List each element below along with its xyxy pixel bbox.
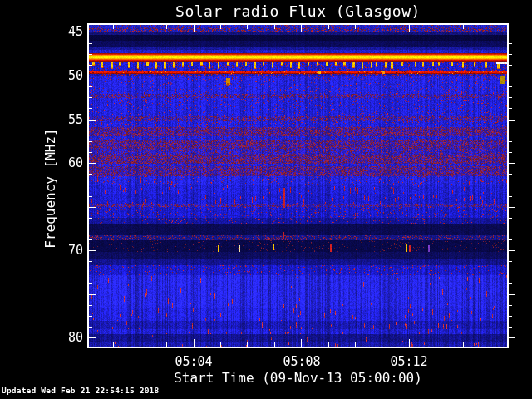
y-tick-label-55: 55 xyxy=(47,113,83,126)
y-tick-label-80: 80 xyxy=(47,331,83,344)
updated-timestamp: Updated Wed Feb 21 22:54:15 2018 xyxy=(2,386,159,395)
y-tick-label-45: 45 xyxy=(47,25,83,38)
y-tick-label-70: 70 xyxy=(47,244,83,257)
spectrogram-page: Solar radio Flux (Glasgow) Frequency [MH… xyxy=(0,0,532,399)
x-tick-label-0504: 05:04 xyxy=(165,354,223,369)
y-tick-label-60: 60 xyxy=(47,156,83,170)
x-tick-label-0512: 05:12 xyxy=(380,354,438,369)
y-tick-label-50: 50 xyxy=(47,69,83,82)
y-axis-title: Frequency [MHz] xyxy=(42,127,58,250)
x-axis-title: Start Time (09-Nov-13 05:00:00) xyxy=(89,370,507,386)
page-title: Solar radio Flux (Glasgow) xyxy=(89,2,507,20)
x-tick-label-0508: 05:08 xyxy=(273,354,331,369)
